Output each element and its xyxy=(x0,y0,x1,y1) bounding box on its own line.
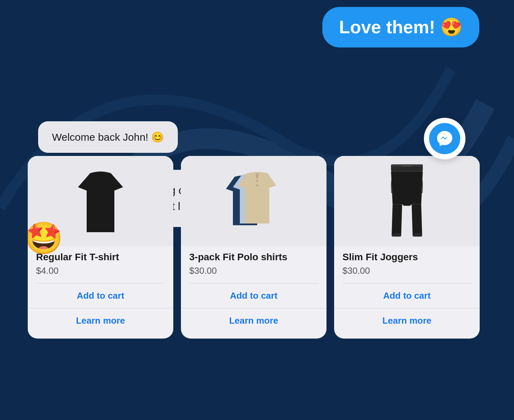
svg-point-4 xyxy=(256,184,258,186)
svg-rect-8 xyxy=(392,234,401,237)
add-to-cart-polo[interactable]: Add to cart xyxy=(181,283,326,308)
svg-rect-9 xyxy=(413,234,422,237)
product-price-tshirt: $4.00 xyxy=(36,265,165,276)
product-info-joggers: Slim Fit Joggers $30.00 xyxy=(334,246,480,276)
product-image-tshirt: 🤩 xyxy=(28,156,173,246)
product-name-joggers: Slim Fit Joggers xyxy=(342,252,471,263)
product-actions-tshirt: Add to cart Learn more xyxy=(28,283,173,333)
product-name-polo: 3-pack Fit Polo shirts xyxy=(189,252,318,263)
products-row: 🤩 Regular Fit T-shirt $4.00 Add to cart … xyxy=(28,156,480,339)
messenger-icon xyxy=(424,118,465,159)
add-to-cart-joggers[interactable]: Add to cart xyxy=(334,283,480,308)
user-bubble: Love them! 😍 xyxy=(322,7,479,47)
product-image-joggers xyxy=(334,156,480,246)
svg-rect-2 xyxy=(256,173,258,179)
product-image-polo xyxy=(181,156,326,246)
learn-more-tshirt[interactable]: Learn more xyxy=(28,308,173,333)
svg-point-3 xyxy=(256,180,258,182)
product-card-polo: 3-pack Fit Polo shirts $30.00 Add to car… xyxy=(181,156,326,339)
add-to-cart-tshirt[interactable]: Add to cart xyxy=(28,283,173,308)
product-price-joggers: $30.00 xyxy=(342,265,471,276)
star-emoji: 🤩 xyxy=(28,220,63,256)
product-actions-joggers: Add to cart Learn more xyxy=(334,283,480,333)
product-card-tshirt: 🤩 Regular Fit T-shirt $4.00 Add to cart … xyxy=(28,156,173,339)
product-info-polo: 3-pack Fit Polo shirts $30.00 xyxy=(181,246,326,276)
learn-more-polo[interactable]: Learn more xyxy=(181,308,326,333)
product-price-polo: $30.00 xyxy=(189,265,318,276)
product-card-joggers: Slim Fit Joggers $30.00 Add to cart Lear… xyxy=(334,156,480,339)
product-actions-polo: Add to cart Learn more xyxy=(181,283,326,333)
learn-more-joggers[interactable]: Learn more xyxy=(334,308,480,333)
